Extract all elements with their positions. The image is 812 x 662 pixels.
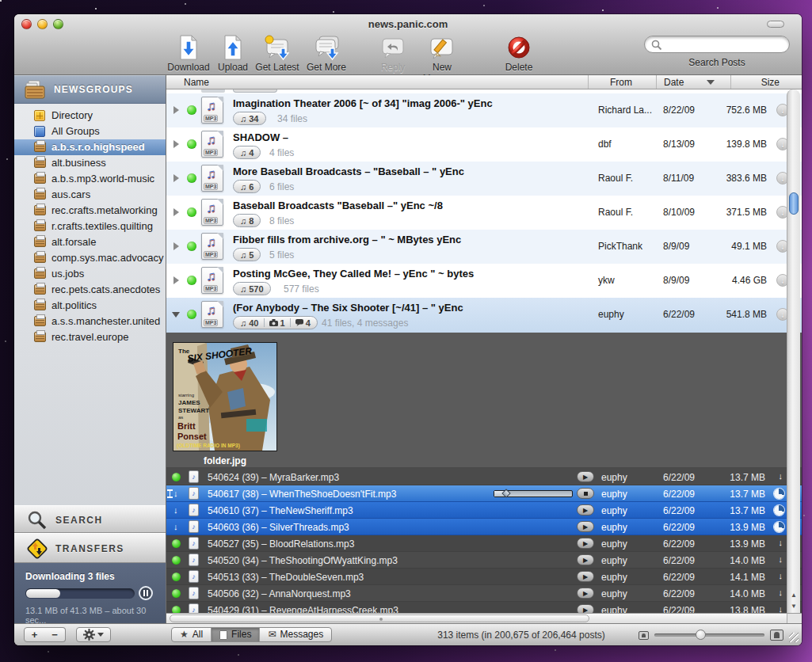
- window-resize-grip[interactable]: [789, 633, 799, 642]
- newsgroup-icon: [34, 316, 46, 326]
- disclosure-triangle-icon[interactable]: [173, 208, 179, 216]
- sidebar-item-group[interactable]: aus.cars: [14, 187, 166, 203]
- play-button[interactable]: ▶: [577, 604, 594, 613]
- sidebar-item-group[interactable]: a.b.s.mp3.world-music: [14, 171, 166, 187]
- download-file-icon[interactable]: ↓: [779, 588, 783, 597]
- complete-status-dot: [172, 589, 181, 598]
- sidebar-item-group[interactable]: rec.pets.cats.anecdotes: [14, 282, 166, 298]
- horizontal-scrollbar[interactable]: [166, 613, 787, 623]
- sidebar-item-group[interactable]: a.s.s.manchester.united: [14, 314, 166, 329]
- download-file-icon[interactable]: ↓: [779, 604, 783, 613]
- play-button[interactable]: ▶: [577, 521, 594, 532]
- column-header-date[interactable]: Date: [664, 77, 684, 88]
- audio-file-icon: ♪: [189, 554, 199, 566]
- post-row[interactable]: ♫MP3 Baseball Broadcasts "Baseball –" yE…: [166, 196, 802, 230]
- play-button[interactable]: ▶: [577, 504, 594, 516]
- search-icon: [651, 40, 662, 51]
- post-row[interactable]: ♫MP3 Fibber fills from archive.org – " ~…: [166, 230, 802, 264]
- posts-pane: Name From Date Size ♫MP3 Imagination The…: [166, 75, 802, 623]
- play-button[interactable]: ▶: [577, 471, 594, 482]
- mp3-file-icon: ♫MP3: [201, 97, 223, 124]
- file-row[interactable]: ♪ 540513 (33) – TheDoubleSeven.mp3 ▶ eup…: [166, 569, 802, 585]
- complete-status-dot: [172, 473, 181, 481]
- thumbnail-size-slider[interactable]: [654, 633, 764, 637]
- horizontal-scrollbar-thumb[interactable]: [170, 614, 589, 622]
- disclosure-triangle-icon[interactable]: [173, 140, 179, 148]
- search-section-header[interactable]: SEARCH: [14, 505, 166, 533]
- file-row[interactable]: ♪ 540520 (34) – TheShootingOfWyattKing.m…: [166, 552, 802, 569]
- remove-group-button[interactable]: −: [44, 627, 66, 642]
- play-button[interactable]: ▶: [577, 538, 594, 549]
- play-button[interactable]: ▶: [577, 571, 594, 582]
- tab-files[interactable]: Files: [212, 628, 260, 641]
- file-row[interactable]: ♪ 540506 (32) – AnnaNorquest.mp3 ▶ euphy…: [166, 585, 802, 602]
- post-row[interactable]: ♫MP3 More Baseball Broadcasts – "Basebal…: [166, 162, 802, 196]
- sidebar-item-group[interactable]: r.crafts.textiles.quilting: [14, 219, 166, 234]
- envelope-icon: ✉: [268, 628, 276, 641]
- file-row[interactable]: ♪ 540429 (31) – RevengeAtHarnessCreek.mp…: [166, 602, 802, 613]
- scroll-up-arrow[interactable]: ▲: [787, 592, 800, 599]
- app-window: news.panic.com Download Upload Get Lates…: [14, 14, 802, 645]
- play-button[interactable]: ▶: [577, 554, 594, 565]
- pause-button[interactable]: [139, 586, 153, 600]
- file-row-queued[interactable]: ↓ ♪ 540610 (37) – TheNewSheriff.mp3 ▶ eu…: [166, 502, 802, 519]
- transfer-detail: 13.1 MB of 41.3 MB – about 30 sec...: [25, 606, 166, 623]
- sidebar-item-group[interactable]: rec.travel.europe: [14, 329, 166, 345]
- newsgroup-icon: [34, 173, 46, 184]
- mp3-file-icon: ♫MP3: [201, 233, 223, 260]
- folder-jpg-thumbnail[interactable]: The SIX SHOOTER starring JAMES STEWART a…: [173, 342, 277, 451]
- sidebar-item-directory[interactable]: Directory: [14, 108, 166, 124]
- post-row-selected[interactable]: ♫MP3 (For Anybody – The Six Shooter [~/4…: [166, 298, 802, 333]
- column-header-from[interactable]: From: [610, 77, 632, 88]
- transfers-section-header[interactable]: TRANSFERS: [14, 533, 166, 563]
- sidebar-item-group[interactable]: rec.crafts.metalworking: [14, 203, 166, 219]
- window-title: news.panic.com: [14, 18, 802, 30]
- scrollbar-corner: [787, 613, 802, 623]
- download-file-icon[interactable]: ↓: [779, 554, 783, 564]
- file-row[interactable]: ♪ 540624 (39) – MyraBarker.mp3 ▶ euphy 6…: [166, 469, 802, 485]
- sidebar-item-group[interactable]: alt.forsale: [14, 234, 166, 250]
- sidebar-item-group[interactable]: us.jobs: [14, 266, 166, 282]
- toolbar-toggle-button[interactable]: [767, 21, 784, 28]
- tab-all[interactable]: ★All: [172, 628, 212, 641]
- disclosure-triangle-icon[interactable]: [173, 242, 179, 250]
- disclosure-triangle-icon[interactable]: [173, 276, 179, 284]
- stop-button[interactable]: [577, 488, 594, 499]
- download-file-icon[interactable]: ↓: [779, 538, 783, 547]
- download-file-icon[interactable]: ↓: [779, 571, 783, 580]
- get-more-button[interactable]: Get More: [296, 34, 356, 73]
- file-row-downloading[interactable]: ↓ ♪ 540617 (38) – WhenTheShoeDoesn'tFit.…: [166, 485, 802, 502]
- sidebar-item-group[interactable]: alt.business: [14, 155, 166, 171]
- tab-messages[interactable]: ✉Messages: [260, 628, 331, 641]
- disclosure-triangle-icon[interactable]: [173, 106, 179, 114]
- play-button[interactable]: ▶: [577, 588, 594, 599]
- file-row[interactable]: ♪ 540527 (35) – BloodRelations.mp3 ▶ eup…: [166, 535, 802, 552]
- vertical-scrollbar-thumb[interactable]: [789, 192, 799, 215]
- vertical-scrollbar[interactable]: ▲ ▼: [787, 89, 800, 613]
- sidebar-item-group[interactable]: comp.sys.mac.advocacy: [14, 250, 166, 266]
- delete-button[interactable]: Delete: [489, 34, 549, 73]
- disclosure-triangle-icon[interactable]: [173, 174, 179, 182]
- download-file-icon[interactable]: ↓: [779, 471, 783, 481]
- newsgroups-crate-icon: [24, 80, 46, 101]
- file-row-queued[interactable]: ↓ ♪ 540603 (36) – SilverThreads.mp3 ▶ eu…: [166, 519, 802, 535]
- column-header-name[interactable]: Name: [184, 77, 209, 88]
- sidebar-item-all-groups[interactable]: All Groups: [14, 124, 166, 139]
- column-header-size[interactable]: Size: [761, 77, 780, 88]
- scroll-down-arrow[interactable]: ▼: [787, 603, 800, 610]
- disclosure-triangle-open-icon[interactable]: [172, 312, 180, 318]
- search-input[interactable]: [644, 36, 790, 53]
- queued-download-icon: ↓: [173, 505, 178, 515]
- transfer-progress-bar: [25, 588, 135, 599]
- action-menu-button[interactable]: [76, 627, 111, 642]
- post-row[interactable]: ♫MP3 Imagination Theater 2006 [~ of 34] …: [166, 93, 802, 127]
- thumbnail-size-slider-thumb[interactable]: [696, 630, 706, 640]
- add-group-button[interactable]: +: [24, 627, 45, 642]
- newsgroups-header[interactable]: NEWSGROUPS: [14, 75, 166, 104]
- sidebar-item-group[interactable]: alt.politics: [14, 298, 166, 314]
- sidebar-item-group[interactable]: a.b.s.r.o.highspeed: [14, 139, 166, 155]
- playback-progress-slider[interactable]: [494, 490, 573, 497]
- post-row[interactable]: ♫MP3 SHADOW – 4 4 files dbf 8/13/09 139.…: [166, 127, 802, 162]
- speech-bubble-icon: [295, 319, 303, 326]
- post-row[interactable]: ♫MP3 Posting McGee, They Called Me! – yE…: [166, 264, 802, 298]
